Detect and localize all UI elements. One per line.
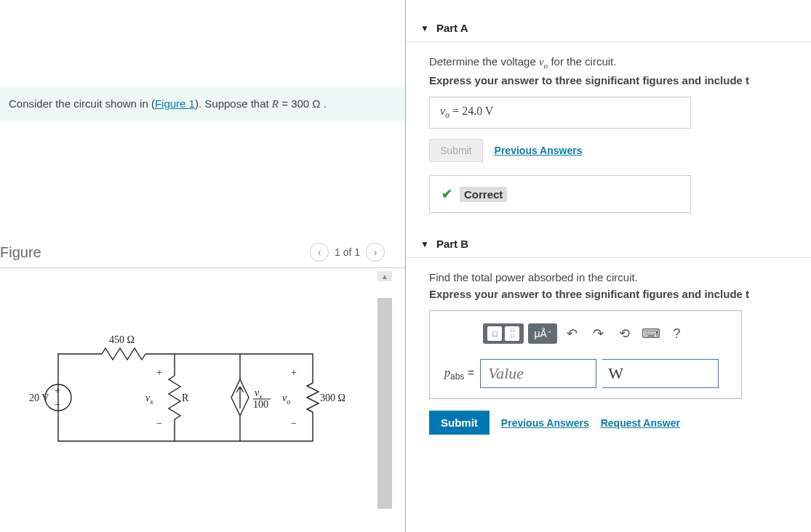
part-b-title: Part B <box>436 238 468 250</box>
part-a-body: Determine the voltage vo for the circuit… <box>406 42 811 230</box>
svg-text:−: − <box>291 418 297 429</box>
template-tools-icon[interactable]: □ □□ <box>483 323 524 344</box>
part-a-submit-button: Submit <box>429 139 483 162</box>
left-column: Consider the circuit shown in (Figure 1)… <box>0 0 406 532</box>
problem-var: R <box>272 98 279 110</box>
svg-text:+: + <box>291 367 297 378</box>
figure-nav-label: 1 of 1 <box>335 246 360 258</box>
scrollbar-thumb[interactable] <box>377 298 392 509</box>
answer-variable: pabs = <box>444 366 474 382</box>
circuit-figure: 450 Ω + − 20 V R + − vx vx 100 <box>0 281 405 516</box>
request-answer-link[interactable]: Request Answer <box>601 417 680 429</box>
part-a-title: Part A <box>436 22 468 34</box>
help-icon[interactable]: ? <box>666 323 688 344</box>
source-voltage: 20 V <box>29 392 49 403</box>
r-mid-label: R <box>182 392 189 403</box>
value-input[interactable] <box>480 359 596 388</box>
unit-input[interactable] <box>602 359 719 388</box>
figure-nav: ‹ 1 of 1 › <box>310 243 399 262</box>
part-b-subprompt: Express your answer to three significant… <box>429 288 788 300</box>
editor-toolbar: □ □□ μÅ° ↶ ↷ ⟲ ⌨ ? <box>437 318 734 349</box>
part-a-previous-answers-link[interactable]: Previous Answers <box>495 145 583 156</box>
redo-icon[interactable]: ↷ <box>588 323 610 344</box>
r1-label: 450 Ω <box>109 334 135 345</box>
part-b-header[interactable]: ▼ Part B <box>406 230 811 258</box>
part-a-header[interactable]: ▼ Part A <box>406 15 811 42</box>
collapse-icon: ▼ <box>420 23 429 33</box>
figure-link[interactable]: Figure 1 <box>155 97 195 110</box>
figure-heading: Figure <box>0 244 41 261</box>
svg-text:vo: vo <box>282 392 290 406</box>
vo-sub: o <box>287 398 290 406</box>
part-a-answer: vo = 24.0 V <box>429 97 691 129</box>
units-button[interactable]: μÅ° <box>528 323 556 344</box>
svg-text:−: − <box>55 399 60 410</box>
dep-denom: 100 <box>253 399 268 410</box>
scroll-up-icon[interactable]: ▲ <box>377 271 392 281</box>
next-figure-button[interactable]: › <box>366 243 385 262</box>
part-b-body: Find the total power absorbed in the cir… <box>406 258 811 465</box>
part-b-prompt: Find the total power absorbed in the cir… <box>429 271 788 283</box>
svg-text:−: − <box>156 418 162 429</box>
part-a-subprompt: Express your answer to three significant… <box>429 74 788 86</box>
keyboard-icon[interactable]: ⌨ <box>640 323 662 344</box>
svg-text:+: + <box>156 367 162 378</box>
answer-editor: □ □□ μÅ° ↶ ↷ ⟲ ⌨ ? pabs = <box>429 310 742 399</box>
collapse-icon: ▼ <box>420 239 429 249</box>
check-icon: ✔ <box>442 186 452 202</box>
vx-sub: x <box>149 398 153 406</box>
correct-label: Correct <box>460 187 507 202</box>
part-b-submit-button[interactable]: Submit <box>429 411 490 435</box>
svg-text:+: + <box>55 385 60 396</box>
problem-text-suffix: ). Suppose that <box>195 97 272 110</box>
figure-header: Figure ‹ 1 of 1 › <box>0 237 405 268</box>
problem-text-prefix: Consider the circuit shown in ( <box>9 97 155 110</box>
part-a-feedback: ✔ Correct <box>429 175 691 213</box>
problem-statement: Consider the circuit shown in (Figure 1)… <box>0 87 405 121</box>
r-right-label: 300 Ω <box>320 392 345 403</box>
problem-equals: = 300 Ω . <box>279 97 327 110</box>
part-b-previous-answers-link[interactable]: Previous Answers <box>501 417 589 429</box>
answer-input-row: pabs = <box>437 356 734 391</box>
part-a-prompt: Determine the voltage vo for the circuit… <box>429 55 788 70</box>
right-column: ▼ Part A Determine the voltage vo for th… <box>406 0 811 532</box>
undo-icon[interactable]: ↶ <box>562 323 583 344</box>
reset-icon[interactable]: ⟲ <box>614 323 636 344</box>
svg-text:vx: vx <box>145 392 153 406</box>
prev-figure-button[interactable]: ‹ <box>310 243 329 262</box>
